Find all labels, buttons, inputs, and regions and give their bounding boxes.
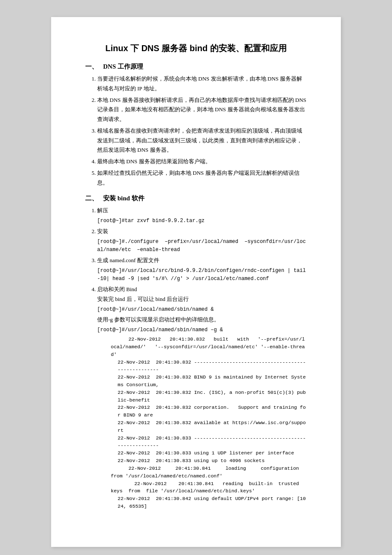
- sub-item-4-desc1: 安装完 bind 后，可以让 bind 后台运行: [97, 296, 189, 302]
- section-2-title: 二、 安装 bind 软件: [85, 194, 307, 202]
- section-1-heading: DNS 工作原理: [103, 63, 143, 71]
- list-item: 根域名服务器在接收到查询请求时，会把查询请求发送到相应的顶级域，再由顶级域发送到…: [97, 126, 307, 155]
- section-1: 一、 DNS 工作原理 当要进行域名解析的时候，系统会向本地 DNS 发出解析请…: [85, 63, 307, 188]
- section-2-list: 解压 [root@~]#tar zxvf bind-9.9.2.tar.gz 安…: [85, 206, 307, 510]
- log-line-4: 22-Nov-2012 20:41:30.832 Inc. (ISC), a n…: [118, 389, 307, 404]
- sub-item-1-label: 解压: [97, 207, 108, 214]
- sub-item-2-label: 安装: [97, 228, 108, 234]
- sub-item-3-label: 生成 named.conf 配置文件: [97, 257, 159, 263]
- section-2-heading: 安装 bind 软件: [103, 194, 144, 202]
- log-line-8: 22-Nov-2012 20:41:30.833 using 1 UDP lis…: [118, 449, 307, 457]
- log-line-6: 22-Nov-2012 20:41:30.832 available at ht…: [118, 419, 307, 434]
- log-line-10: 22-Nov-2012 20:41:30.841 loading configu…: [111, 465, 307, 480]
- sub-item-1: 解压 [root@~]#tar zxvf bind-9.9.2.tar.gz: [97, 206, 307, 225]
- page-title: Linux 下 DNS 服务器 bind 的安装、配置和应用: [85, 43, 307, 54]
- log-line-2: 22-Nov-2012 20:41:30.832 ---------------…: [118, 358, 307, 374]
- list-item: 当要进行域名解析的时候，系统会向本地 DNS 发出解析请求，由本地 DNS 服务…: [97, 74, 307, 94]
- log-line-3: 22-Nov-2012 20:41:30.832 BIND 9 is maint…: [118, 373, 307, 389]
- section-1-list: 当要进行域名解析的时候，系统会向本地 DNS 发出解析请求，由本地 DNS 服务…: [85, 74, 307, 188]
- sub-item-1-code: [root@~]#tar zxvf bind-9.9.2.tar.gz: [97, 217, 307, 225]
- log-line-7: 22-Nov-2012 20:41:30.833 ---------------…: [118, 434, 307, 450]
- sub-item-4-code2: [root@~]#/usr/local/named/sbin/named –g …: [97, 326, 307, 334]
- sub-item-2: 安装 [root@~]#./configure –prefix=/usr/loc…: [97, 227, 307, 254]
- section-2: 二、 安装 bind 软件 解压 [root@~]#tar zxvf bind-…: [85, 194, 307, 510]
- section-2-num: 二、: [85, 194, 98, 202]
- page: Linux 下 DNS 服务器 bind 的安装、配置和应用 一、 DNS 工作…: [51, 17, 341, 547]
- sub-item-4: 启动和关闭 Bind 安装完 bind 后，可以让 bind 后台运行 [roo…: [97, 285, 307, 510]
- log-line-9: 22-Nov-2012 20:41:30.833 using up to 409…: [118, 457, 307, 465]
- log-line-12: 22-Nov-2012 20:41:30.842 using default U…: [118, 495, 307, 510]
- log-line-5: 22-Nov-2012 20:41:30.832 corporation. Su…: [118, 404, 307, 419]
- sub-item-3: 生成 named.conf 配置文件 [root@~]#/usr/local/s…: [97, 256, 307, 283]
- section-1-title: 一、 DNS 工作原理: [85, 63, 307, 71]
- log-line-11: 22-Nov-2012 20:41:30.841 reading built-i…: [111, 480, 307, 495]
- log-line-1: 22-Nov-2012 20:41:30.832 built with '--p…: [111, 335, 307, 358]
- sub-item-2-code: [root@~]#./configure –prefix=/usr/local/…: [97, 238, 307, 254]
- section-1-num: 一、: [85, 63, 98, 71]
- list-item: 本地 DNS 服务器接收到解析请求后，再自己的本地数据库中查找与请求相匹配的 D…: [97, 95, 307, 124]
- sub-item-4-desc2: 使用-g 参数可以实现显示启动过程中的详细信息。: [97, 316, 219, 323]
- list-item: 最终由本地 DNS 服务器把结果返回给客户端。: [97, 157, 307, 167]
- sub-item-3-code: [root@~]#/usr/local/src/bind-9.9.2/bin/c…: [97, 267, 307, 283]
- sub-item-4-code1: [root@~]#/usr/local/named/sbin/named &: [97, 306, 307, 314]
- sub-item-4-label: 启动和关闭 Bind: [97, 286, 137, 292]
- list-item: 如果经过查找后仍然无记录，则由本地 DNS 服务器向客户端返回无法解析的错误信息…: [97, 168, 307, 188]
